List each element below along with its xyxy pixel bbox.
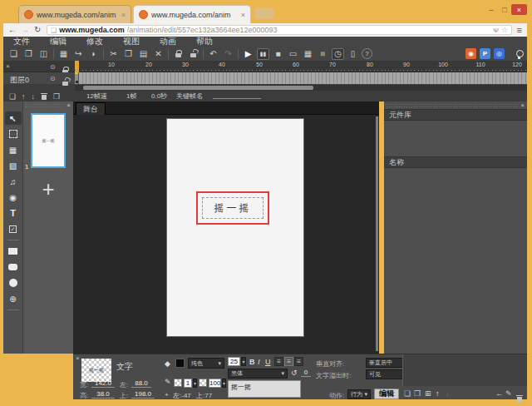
add-layer-icon[interactable]: ❏ <box>9 92 16 101</box>
export-icon[interactable]: ↪ <box>72 48 85 60</box>
text-content-field[interactable]: 摇一摇 <box>228 380 301 398</box>
chevron-down-icon[interactable]: ▾ <box>193 379 197 388</box>
stop-icon[interactable]: ■ <box>272 48 284 60</box>
page-thumbnail[interactable]: 摇一摇 <box>31 113 66 168</box>
video-tool[interactable]: ◉ <box>5 191 22 204</box>
panel-drag-handle[interactable] <box>386 103 517 109</box>
stage-page[interactable] <box>166 118 304 337</box>
share-p-icon[interactable]: P <box>480 48 490 59</box>
library-edit-icon[interactable]: ✎ <box>505 389 512 398</box>
copy-icon[interactable]: ❐ <box>122 48 135 60</box>
bookmark-star-icon[interactable]: ☆ <box>501 26 508 34</box>
stroke-color-swatch[interactable] <box>174 379 182 387</box>
layer-header[interactable]: 图层0 ⊙ <box>3 72 75 84</box>
layer-name[interactable]: 图层0 <box>10 75 29 86</box>
select-tool[interactable]: ↖ <box>5 111 22 125</box>
tab-close-icon[interactable]: × <box>121 11 126 19</box>
duplicate-layer-icon[interactable]: ❐ <box>53 92 60 101</box>
redo-icon[interactable]: ↷ <box>222 48 234 60</box>
window-maximize-button[interactable]: □ <box>499 4 510 15</box>
grid-tool[interactable]: ▦ <box>5 143 22 156</box>
shape-icon[interactable]: ◗ <box>87 48 100 60</box>
opacity-swatch[interactable] <box>199 379 207 387</box>
width-value[interactable]: 142.0 <box>91 379 115 388</box>
unlock-icon[interactable] <box>187 48 200 60</box>
panel-drag-handle[interactable] <box>25 103 63 109</box>
cut-icon[interactable]: ✂ <box>107 48 120 60</box>
ellipse-tool[interactable] <box>5 276 22 290</box>
fill-type-dropdown[interactable]: 纯色▾ <box>188 358 224 369</box>
browser-tab-2[interactable]: www.mugeda.com/anim × <box>133 5 251 23</box>
library-delete-icon[interactable] <box>516 394 523 402</box>
add-page-button[interactable]: + <box>23 178 73 200</box>
frames-view-icon[interactable]: ≡ <box>318 47 329 60</box>
lamp-icon[interactable] <box>515 50 523 60</box>
library-move-down-icon[interactable]: ↓ <box>446 389 450 398</box>
move-down-icon[interactable]: ↓ <box>32 92 36 101</box>
timeline-ruler[interactable]: × ⊙ 10 20 30 40 50 60 70 80 90 100 110 1… <box>3 61 527 72</box>
font-family-dropdown[interactable]: 黑体▾ <box>228 369 288 379</box>
keyframe-name-input[interactable] <box>213 98 261 99</box>
bold-button[interactable]: B <box>249 358 255 366</box>
back-icon[interactable]: ← <box>8 25 17 35</box>
browser-tab-1[interactable]: www.mugeda.com/anim × <box>18 5 131 23</box>
keyframe-frame-1[interactable] <box>75 72 79 84</box>
align-center-button[interactable]: ≡ <box>284 357 293 366</box>
library-move-up-icon[interactable]: ↑ <box>436 389 440 398</box>
new-tab-button[interactable] <box>254 7 274 19</box>
frames-strip[interactable] <box>75 72 527 84</box>
refresh-icon[interactable]: ↻ <box>34 25 41 35</box>
audio-tool[interactable]: ♫ <box>5 175 22 188</box>
close-icon[interactable]: × <box>6 63 10 70</box>
menu-file[interactable]: 文件 <box>3 37 40 47</box>
menu-view[interactable]: 视图 <box>113 37 150 47</box>
delete-icon[interactable]: ✕ <box>152 48 165 60</box>
menu-modify[interactable]: 修改 <box>76 37 113 47</box>
stage-canvas[interactable]: 舞台 摇一摇 <box>73 102 379 354</box>
align-right-button[interactable]: ≡ <box>294 357 303 366</box>
chevron-down-icon[interactable]: ▾ <box>222 379 226 388</box>
rounded-rect-tool[interactable] <box>5 260 22 274</box>
pause-icon[interactable]: ▮▮ <box>257 48 269 60</box>
transform-tool[interactable] <box>5 127 22 141</box>
opacity-field[interactable]: 100 <box>209 379 221 388</box>
new-doc-icon[interactable]: ❏ <box>7 48 20 60</box>
close-icon[interactable]: × <box>520 102 525 109</box>
top-value[interactable]: 198.0 <box>131 390 155 399</box>
window-minimize-button[interactable]: – <box>485 4 497 15</box>
tab-close-icon[interactable]: × <box>241 11 245 19</box>
paste-icon[interactable]: ▤ <box>137 48 150 60</box>
url-field[interactable]: ❏ www.mugeda.com /animation/edit/557ec13… <box>47 25 512 35</box>
menu-animation[interactable]: 动画 <box>150 37 186 47</box>
canvas-vscrollbar[interactable] <box>376 116 378 351</box>
eye-icon[interactable]: ⊙ <box>50 63 56 71</box>
rotation-value[interactable]: 0 <box>301 369 311 377</box>
eye-icon[interactable]: ⊙ <box>50 75 56 82</box>
left-value[interactable]: 88.0 <box>131 379 151 388</box>
underline-button[interactable]: U <box>265 358 271 366</box>
text-tool[interactable]: T <box>5 206 22 220</box>
library-back-icon[interactable]: ← <box>495 389 503 398</box>
qzone-icon[interactable]: ◎ <box>494 48 505 59</box>
play-icon[interactable]: ▶ <box>242 48 254 60</box>
move-up-icon[interactable]: ↑ <box>22 92 26 101</box>
height-value[interactable]: 38.0 <box>91 390 115 399</box>
selected-element-outline[interactable]: 摇一摇 <box>196 191 269 225</box>
fill-bucket-icon[interactable]: ◆ <box>165 359 170 368</box>
close-icon[interactable]: × <box>66 102 71 109</box>
delete-layer-icon[interactable] <box>41 92 47 100</box>
library-duplicate-icon[interactable]: ❐ <box>414 389 421 398</box>
clock-icon[interactable]: ◷ <box>332 48 344 60</box>
edit-action-button[interactable]: 编辑 <box>374 389 399 399</box>
image-tool[interactable]: ▧ <box>5 159 22 172</box>
library-new-icon[interactable]: ❏ <box>404 389 411 398</box>
playhead[interactable] <box>75 61 79 72</box>
window-close-button[interactable]: × <box>511 4 527 15</box>
fill-color-swatch[interactable] <box>175 359 185 368</box>
align-left-button[interactable]: ≡ <box>274 357 283 366</box>
forward-icon[interactable]: → <box>21 25 29 35</box>
menu-edit[interactable]: 编辑 <box>40 37 76 47</box>
form-tool[interactable]: ✓ <box>5 222 22 235</box>
close-icon[interactable]: × <box>76 355 80 362</box>
browser-menu-icon[interactable]: ≡ <box>517 25 522 35</box>
